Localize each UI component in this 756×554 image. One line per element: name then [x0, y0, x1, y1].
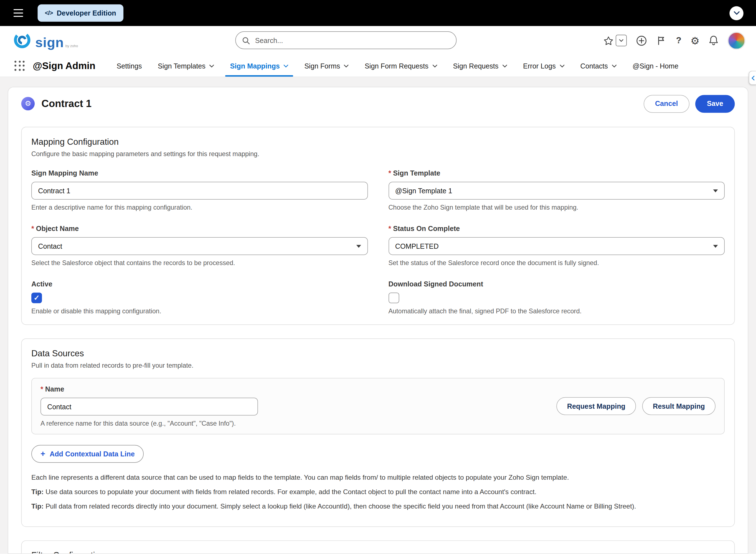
data-sources-section: Data Sources Pull in data from related r…: [21, 338, 735, 527]
mapping-configuration-section: Mapping Configuration Configure the basi…: [21, 127, 735, 325]
developer-edition-label: Developer Edition: [57, 9, 116, 17]
field-help: A reference name for this data source (e…: [41, 420, 556, 427]
field-label: Download Signed Document: [388, 280, 725, 288]
data-source-actions: Request Mapping Result Mapping: [556, 397, 715, 415]
tab-sign-home[interactable]: @Sign - Home: [633, 55, 679, 76]
download-signed-document-checkbox[interactable]: [388, 292, 399, 303]
required-marker: *: [41, 385, 43, 393]
field-sign-mapping-name: Sign Mapping Name Enter a descriptive na…: [31, 169, 368, 211]
page-header: ⚙ Contract 1 Cancel Save: [21, 93, 735, 114]
result-mapping-button[interactable]: Result Mapping: [642, 397, 715, 415]
menu-icon[interactable]: [14, 9, 23, 17]
field-label: *Object Name: [31, 225, 368, 232]
sign-mapping-name-input[interactable]: [31, 182, 368, 199]
org-switcher-button[interactable]: [730, 6, 743, 20]
chevron-down-icon: [502, 64, 507, 67]
chevron-down-icon: [344, 64, 348, 67]
chevron-down-icon: [560, 64, 564, 67]
record-canvas: ⚙ Contract 1 Cancel Save Mapping Configu…: [8, 87, 748, 554]
guidance-center-icon[interactable]: [656, 35, 667, 46]
tab-settings[interactable]: Settings: [117, 55, 142, 76]
data-source-name-block: *Name A reference name for this data sou…: [41, 385, 556, 427]
favorites-control: [604, 35, 627, 46]
request-mapping-button[interactable]: Request Mapping: [556, 397, 636, 415]
data-source-row: *Name A reference name for this data sou…: [31, 378, 725, 434]
logo-subtext: by zoho: [65, 44, 78, 48]
developer-edition-badge[interactable]: </> Developer Edition: [38, 4, 123, 22]
add-contextual-data-line-button[interactable]: + Add Contextual Data Line: [31, 445, 144, 463]
chevron-down-icon: [612, 64, 616, 67]
side-panel-toggle[interactable]: [749, 71, 756, 85]
check-icon: ✓: [34, 294, 40, 302]
header-utility-icons: ? ⚙: [604, 26, 746, 55]
tab-sign-form-requests[interactable]: Sign Form Requests: [365, 55, 437, 76]
app-header: sign by zoho ? ⚙: [0, 26, 756, 55]
required-marker: *: [31, 225, 34, 232]
data-source-name-input[interactable]: [41, 398, 258, 416]
section-title: Mapping Configuration: [31, 137, 725, 147]
chevron-down-icon: [619, 39, 624, 42]
object-name-select[interactable]: Contact: [31, 237, 368, 255]
status-on-complete-select[interactable]: COMPLETED: [388, 237, 725, 255]
section-subtitle: Pull in data from related records to pre…: [31, 362, 725, 369]
mapping-config-form: Sign Mapping Name Enter a descriptive na…: [31, 169, 725, 315]
tab-error-logs[interactable]: Error Logs: [523, 55, 564, 76]
field-label: *Name: [41, 385, 556, 393]
field-download-signed-document: Download Signed Document Automatically a…: [388, 280, 725, 315]
zoho-sign-logo[interactable]: sign by zoho: [12, 31, 78, 50]
favorites-star-icon[interactable]: [604, 36, 613, 45]
field-label: *Sign Template: [388, 169, 725, 177]
logo-text: sign: [35, 37, 64, 50]
notifications-bell-icon[interactable]: [709, 35, 718, 46]
tab-sign-forms[interactable]: Sign Forms: [304, 55, 348, 76]
chevron-down-icon: [209, 64, 214, 67]
save-button[interactable]: Save: [695, 95, 735, 113]
field-status-on-complete: *Status On Complete COMPLETED Set the st…: [388, 225, 725, 267]
tab-contacts[interactable]: Contacts: [580, 55, 616, 76]
field-help: Choose the Zoho Sign template that will …: [388, 204, 725, 211]
field-help: Select the Salesforce object that contai…: [31, 259, 368, 267]
field-active: Active ✓ Enable or disable this mapping …: [31, 280, 368, 315]
section-subtitle: Configure the basic mapping parameters a…: [31, 150, 725, 158]
page-actions: Cancel Save: [643, 95, 735, 113]
code-icon: </>: [45, 10, 53, 16]
setup-gear-icon[interactable]: ⚙: [691, 36, 700, 46]
field-label: Active: [31, 280, 368, 288]
search-input[interactable]: [254, 36, 450, 45]
field-help: Set the status of the Salesforce record …: [388, 259, 725, 267]
help-icon[interactable]: ?: [676, 36, 682, 46]
sign-logo-icon: [12, 31, 32, 50]
tab-sign-requests[interactable]: Sign Requests: [453, 55, 507, 76]
tab-sign-templates[interactable]: Sign Templates: [158, 55, 214, 76]
app-launcher-waffle-icon[interactable]: [14, 60, 25, 71]
required-marker: *: [388, 225, 391, 232]
main-content-area: ⚙ Contract 1 Cancel Save Mapping Configu…: [0, 77, 756, 554]
tip-1: Tip:Use data sources to populate your do…: [31, 488, 725, 496]
page-title: Contract 1: [42, 98, 92, 110]
chevron-left-icon: [751, 75, 754, 80]
filter-configuration-section: Filter Configuration: [21, 540, 735, 554]
global-actions-plus-icon[interactable]: [636, 35, 647, 46]
chevron-down-icon: [432, 64, 437, 67]
active-checkbox[interactable]: ✓: [31, 292, 42, 303]
field-help: Automatically attach the final, signed P…: [388, 308, 725, 315]
favorites-caret-button[interactable]: [616, 35, 627, 46]
user-avatar[interactable]: [727, 32, 745, 49]
global-header: </> Developer Edition: [0, 0, 756, 26]
field-label: Sign Mapping Name: [31, 169, 368, 177]
data-sources-description: Each line represents a different data so…: [31, 473, 725, 481]
mapping-record-icon: ⚙: [21, 97, 35, 110]
field-label: *Status On Complete: [388, 225, 725, 232]
sign-template-select[interactable]: @Sign Template 1: [388, 182, 725, 199]
chevron-down-icon: [734, 11, 739, 15]
app-name: @Sign Admin: [33, 60, 95, 71]
search-box[interactable]: [235, 31, 456, 49]
select-caret-icon: [356, 244, 361, 247]
section-title: Data Sources: [31, 348, 725, 359]
section-title: Filter Configuration: [31, 550, 725, 554]
tab-sign-mappings[interactable]: Sign Mappings: [230, 55, 289, 76]
tip-2: Tip:Pull data from related records direc…: [31, 502, 725, 510]
cancel-button[interactable]: Cancel: [643, 95, 690, 113]
select-caret-icon: [713, 189, 718, 192]
chevron-down-icon: [284, 64, 288, 67]
